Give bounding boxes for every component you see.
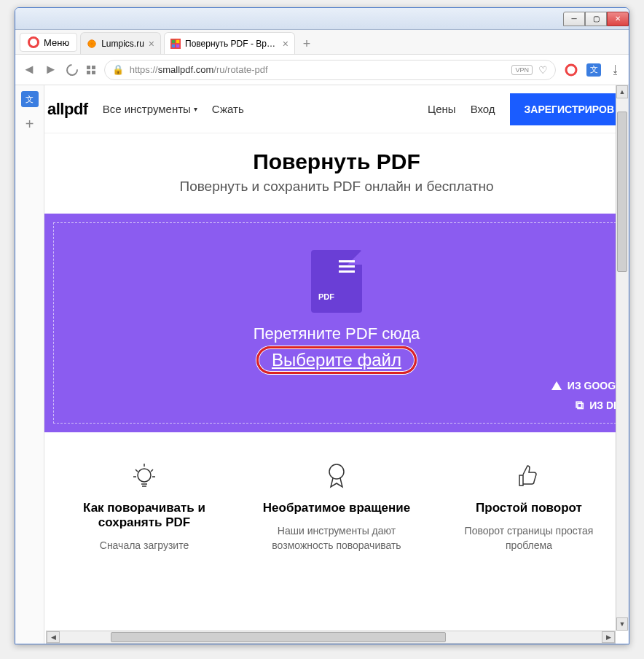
dropbox-icon: ⧉ xyxy=(576,399,584,412)
sidebar-translate-icon[interactable]: 文 xyxy=(21,91,39,107)
site-logo[interactable]: allpdf xyxy=(47,100,88,119)
hero-section: Повернуть PDF Повернуть и сохранить PDF … xyxy=(44,133,629,214)
vertical-scroll-thumb[interactable] xyxy=(617,112,627,272)
svg-point-6 xyxy=(566,65,576,75)
lumpics-favicon-icon xyxy=(87,39,97,49)
url-input[interactable]: 🔒 https://smallpdf.com/ru/rotate-pdf VPN… xyxy=(104,60,556,80)
feature-permanent: Необратимое вращение Наши инструменты да… xyxy=(251,461,422,553)
page-title: Повернуть PDF xyxy=(59,149,614,174)
choose-file-button[interactable]: Выберите файл xyxy=(256,346,417,374)
svg-point-8 xyxy=(329,464,344,479)
feature-title: Простой поворот xyxy=(444,501,614,515)
minimize-button[interactable]: ─ xyxy=(563,12,585,26)
translate-icon[interactable]: 文 xyxy=(586,63,601,77)
page-subtitle: Повернуть и сохранить PDF онлайн и беспл… xyxy=(59,179,614,195)
opera-logo-icon xyxy=(28,36,39,48)
svg-rect-4 xyxy=(172,44,175,47)
signup-button[interactable]: ЗАРЕГИСТРИРОВ xyxy=(510,93,629,125)
tab-title: Lumpics.ru xyxy=(101,39,144,49)
tab-smallpdf[interactable]: Повернуть PDF - Вращат × xyxy=(164,32,295,54)
adblock-icon[interactable] xyxy=(565,63,578,77)
feature-simple: Простой поворот Поворот страницы простая… xyxy=(444,461,614,553)
nav-login[interactable]: Вход xyxy=(471,103,495,115)
smallpdf-favicon-icon xyxy=(170,39,181,49)
browser-sidebar: 文 + xyxy=(15,85,44,644)
nav-all-tools[interactable]: Все инструменты ▾ xyxy=(103,103,197,115)
tab-close-icon[interactable]: × xyxy=(149,38,154,50)
svg-rect-3 xyxy=(176,39,179,42)
feature-text: Поворот страницы простая проблема xyxy=(444,524,614,553)
svg-rect-5 xyxy=(176,44,179,47)
nav-compress[interactable]: Сжать xyxy=(212,103,244,115)
feature-howto: Как поворачивать и сохранять PDF Сначала… xyxy=(59,461,229,553)
feature-text: Наши инструменты дают возможность повора… xyxy=(251,524,422,553)
tab-lumpics[interactable]: Lumpics.ru × xyxy=(80,32,161,54)
nav-pricing[interactable]: Цены xyxy=(428,103,456,115)
nav-back-button[interactable]: ◄ xyxy=(23,62,36,77)
site-header: allpdf Все инструменты ▾ Сжать Цены Вход… xyxy=(44,85,629,133)
feature-title: Как поворачивать и сохранять PDF xyxy=(59,501,229,530)
reload-button[interactable] xyxy=(63,61,80,78)
horizontal-scrollbar[interactable]: ◀ ▶ xyxy=(46,631,616,644)
feature-title: Необратимое вращение xyxy=(251,501,422,515)
features-row: Как поворачивать и сохранять PDF Сначала… xyxy=(44,432,629,553)
scroll-left-button[interactable]: ◀ xyxy=(47,631,60,643)
bulb-icon xyxy=(59,461,229,491)
scroll-right-button[interactable]: ▶ xyxy=(602,631,615,643)
scroll-up-button[interactable]: ▲ xyxy=(616,85,628,98)
browser-body: 文 + allpdf Все инструменты ▾ Сжать Цены … xyxy=(15,85,629,644)
maximize-button[interactable]: ▢ xyxy=(585,12,607,26)
downloads-button[interactable]: ⭳ xyxy=(610,63,621,77)
new-tab-button[interactable]: + xyxy=(298,35,315,52)
nav-forward-button[interactable]: ► xyxy=(44,62,58,77)
horizontal-scroll-thumb[interactable] xyxy=(111,632,446,642)
svg-rect-2 xyxy=(172,39,175,42)
lock-icon: 🔒 xyxy=(112,64,124,75)
browser-window: ─ ▢ ✕ Меню Lumpics.ru × Повернуть PDF - … xyxy=(15,7,629,644)
tab-close-icon[interactable]: × xyxy=(283,38,288,50)
address-bar: ◄ ► 🔒 https://smallpdf.com/ru/rotate-pdf… xyxy=(15,55,629,85)
google-drive-icon xyxy=(551,381,562,390)
menu-label: Меню xyxy=(44,37,69,48)
badge-icon xyxy=(251,461,422,491)
close-button[interactable]: ✕ xyxy=(607,12,629,26)
svg-point-7 xyxy=(138,469,151,482)
opera-menu-button[interactable]: Меню xyxy=(20,33,77,52)
tab-title: Повернуть PDF - Вращат xyxy=(185,39,278,49)
bookmark-icon[interactable]: ♡ xyxy=(538,64,548,76)
chevron-down-icon: ▾ xyxy=(194,105,197,113)
sidebar-add-button[interactable]: + xyxy=(25,116,34,133)
window-titlebar: ─ ▢ ✕ xyxy=(15,8,629,30)
window-controls: ─ ▢ ✕ xyxy=(563,12,629,26)
scroll-down-button[interactable]: ▼ xyxy=(616,617,628,631)
file-dropzone[interactable]: PDF Перетяните PDF сюда Выберите файл ИЗ… xyxy=(44,214,629,432)
speed-dial-button[interactable] xyxy=(87,66,95,74)
page-content: allpdf Все инструменты ▾ Сжать Цены Вход… xyxy=(44,85,629,644)
pdf-file-icon: PDF xyxy=(311,250,362,313)
dropzone-drag-text: Перетяните PDF сюда xyxy=(59,324,614,343)
vpn-badge[interactable]: VPN xyxy=(511,65,533,75)
tab-bar: Меню Lumpics.ru × Повернуть PDF - Вращат… xyxy=(15,30,629,55)
thumbs-up-icon xyxy=(444,461,614,491)
vertical-scrollbar[interactable]: ▲ ▼ xyxy=(616,85,629,631)
url-text: https://smallpdf.com/ru/rotate-pdf xyxy=(130,64,506,75)
feature-text: Сначала загрузите xyxy=(59,539,229,553)
